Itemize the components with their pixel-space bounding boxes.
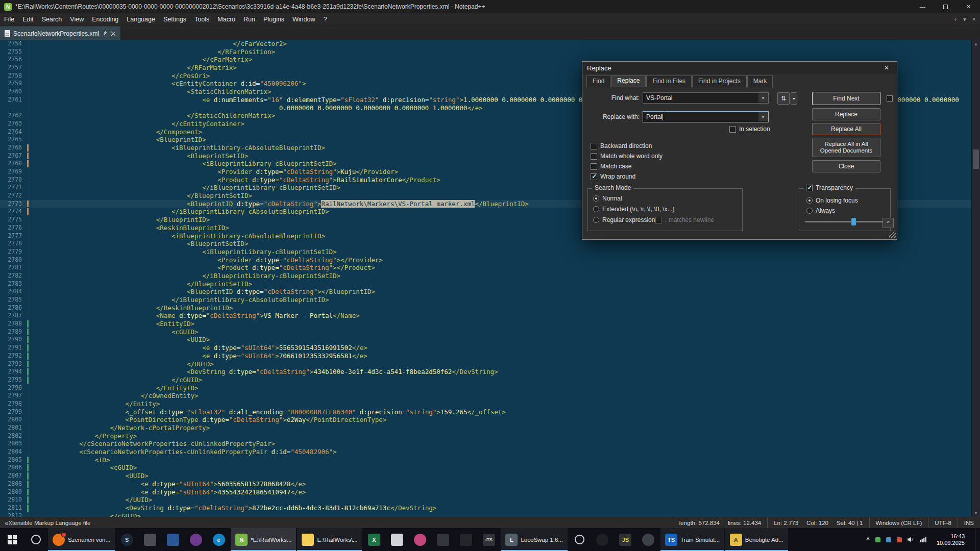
tab-scenarionetworkproperties[interactable]: ScenarioNetworkProperties.xml — [0, 27, 121, 40]
taskbar-browser-window-button[interactable]: Szenarien von... — [48, 528, 115, 551]
taskbar-notepadpp-window-button[interactable]: N*E:\RailWorks... — [231, 528, 296, 551]
find-what-input[interactable]: VS-Portal ▼ — [643, 92, 769, 104]
taskbar-app-icon-8[interactable] — [591, 528, 614, 551]
swap-find-replace-button[interactable]: ⇅ — [777, 92, 790, 105]
find-dropdown-icon[interactable]: ▼ — [758, 93, 768, 103]
in-selection-checkbox[interactable]: In selection — [729, 126, 770, 133]
code-line[interactable]: 2795</cGUID> — [0, 376, 980, 384]
menu-language[interactable]: Language — [122, 14, 159, 24]
taskbar-app-icon-2[interactable] — [161, 528, 184, 551]
minimize-button[interactable]: — — [911, 0, 934, 13]
taskbar-app-icon-4[interactable] — [385, 528, 408, 551]
tray-chevron-icon[interactable]: ^ — [866, 536, 870, 543]
replace-with-input[interactable]: Portal ▼ — [643, 111, 769, 122]
wrap-around-checkbox[interactable]: Wrap around — [591, 173, 635, 180]
close-button[interactable]: ✕ — [957, 0, 980, 13]
taskbar-app-icon-6[interactable] — [431, 528, 454, 551]
title-bar[interactable]: N *E:\RailWorks\Content\Routes\00000035-… — [0, 0, 980, 13]
replace-all-in-all-opened-documents-button[interactable]: Replace All in All Opened Documents — [812, 138, 880, 157]
two-buttons-mode-checkbox[interactable] — [887, 95, 893, 102]
code-line[interactable]: 2778<BlueprintSetID> — [0, 240, 980, 248]
status-typing-mode[interactable]: INS — [958, 517, 980, 528]
tab-mark[interactable]: Mark — [747, 76, 773, 87]
vertical-scrollbar[interactable]: ▲ ▼ — [971, 40, 980, 517]
code-line[interactable]: 2798</Entity> — [0, 400, 980, 408]
code-line[interactable]: 2780<Provider d:type="cDeltaString"></Pr… — [0, 256, 980, 264]
status-eol[interactable]: Windows (CR LF) — [869, 517, 928, 528]
menu-search[interactable]: Search — [38, 14, 66, 24]
code-line[interactable]: 2792<e d:type="sUInt64">7066101235332956… — [0, 352, 980, 360]
taskbar-app-icon-5[interactable] — [408, 528, 431, 551]
tab-find-in-projects[interactable]: Find in Projects — [692, 76, 747, 87]
menu-plus-icon[interactable]: + — [953, 16, 957, 23]
taskbar-excel-icon[interactable]: X — [362, 528, 385, 551]
code-line[interactable]: 2794<DevString d:type="cDeltaString">434… — [0, 368, 980, 376]
tab-find-in-files[interactable]: Find in Files — [646, 76, 692, 87]
taskbar-app-icon-9[interactable]: JS — [614, 528, 637, 551]
code-line[interactable]: 2812</cGUID> — [0, 512, 980, 517]
clock[interactable]: 16:43 10.09.2025 — [932, 533, 969, 546]
taskbar-app-icon-3[interactable] — [184, 528, 207, 551]
taskbar-magnifier-icon[interactable] — [568, 528, 591, 551]
taskbar-app-icon-7[interactable] — [454, 528, 477, 551]
taskbar-app-icon-1[interactable] — [138, 528, 161, 551]
menu-run[interactable]: Run — [239, 14, 259, 24]
tab-find[interactable]: Find — [586, 76, 610, 87]
menu-view[interactable]: View — [66, 14, 88, 24]
transparency-slider[interactable] — [805, 221, 884, 222]
transparency-slider-thumb[interactable] — [851, 218, 856, 226]
code-line[interactable]: 2789<cGUID> — [0, 328, 980, 336]
taskbar-search-button[interactable] — [24, 528, 47, 551]
dot-matches-newline-checkbox[interactable]: . matches newline — [655, 216, 714, 223]
code-line[interactable]: 2755</RFarPosition> — [0, 48, 980, 56]
replace-all-button[interactable]: Replace All — [812, 123, 880, 135]
code-line[interactable]: 2754</cFarVector2> — [0, 40, 980, 48]
code-line[interactable]: 2800<PointDirectionType d:type="cDeltaSt… — [0, 416, 980, 424]
replace-dialog-titlebar[interactable]: Replace — [582, 62, 897, 74]
code-line[interactable]: 2804<cScenarioNetworkProperties-cUnlinke… — [0, 448, 980, 456]
code-line[interactable]: 2806<cGUID> — [0, 464, 980, 472]
status-encoding[interactable]: UTF-8 — [928, 517, 958, 528]
find-next-button[interactable]: Find Next — [812, 92, 880, 105]
transparency-on-losing-focus-radio[interactable]: On losing focus — [806, 197, 858, 204]
tab-close-icon[interactable] — [111, 31, 116, 36]
code-line[interactable]: 2802</Property> — [0, 432, 980, 440]
code-line[interactable]: 2801</Network-cPortalProperty> — [0, 424, 980, 432]
close-dialog-button[interactable]: Close — [812, 160, 880, 172]
scroll-down-icon[interactable]: ▼ — [972, 509, 980, 517]
scroll-up-icon[interactable]: ▲ — [972, 40, 980, 48]
menu-help[interactable]: ? — [319, 14, 331, 24]
code-line[interactable]: 2791<e d:type="sUInt64">5565391543516991… — [0, 344, 980, 352]
code-line[interactable]: 2779<iBlueprintLibrary-cBlueprintSetID> — [0, 248, 980, 256]
swap-dropdown-icon[interactable]: ▼ — [791, 92, 797, 105]
search-mode-extended-radio[interactable]: Extended (\n, \r, \t, \0, \x...) — [593, 206, 674, 213]
menu-tools[interactable]: Tools — [190, 14, 213, 24]
resize-grip[interactable] — [889, 232, 896, 238]
code-line[interactable]: 2783</BlueprintSetID> — [0, 280, 980, 288]
collapse-dialog-button[interactable]: ^ — [883, 218, 894, 228]
show-desktop-button[interactable] — [975, 528, 978, 551]
menu-encoding[interactable]: Encoding — [88, 14, 122, 24]
code-line[interactable]: 2793</UUID> — [0, 360, 980, 368]
menu-edit[interactable]: Edit — [18, 14, 38, 24]
volume-icon[interactable] — [908, 537, 914, 542]
code-line[interactable]: 2781<Product d:type="cDeltaString"></Pro… — [0, 264, 980, 272]
transparency-always-radio[interactable]: Always — [806, 207, 835, 214]
code-line[interactable]: 2799<_offset d:type="sFloat32" d:alt_enc… — [0, 408, 980, 416]
menu-close-icon[interactable]: × — [972, 16, 976, 23]
replace-button[interactable]: Replace — [812, 108, 880, 120]
dialog-close-icon[interactable]: ✕ — [879, 63, 894, 72]
search-mode-normal-radio[interactable]: Normal — [593, 195, 622, 202]
tab-replace[interactable]: Replace — [611, 75, 646, 87]
code-line[interactable]: 2811<DevString d:type="cDeltaString">872… — [0, 504, 980, 512]
transparency-checkbox[interactable]: Transparency — [803, 184, 855, 191]
taskbar-explorer-window-button[interactable]: E:\RailWorks\... — [297, 528, 362, 551]
menu-plugins[interactable]: Plugins — [259, 14, 288, 24]
code-line[interactable]: 2803</cScenarioNetworkProperties-cUnlink… — [0, 440, 980, 448]
menu-file[interactable]: File — [0, 14, 18, 24]
code-line[interactable]: 2805<ID> — [0, 456, 980, 464]
two-buttons-mode-box[interactable] — [887, 95, 893, 102]
code-line[interactable]: 2810</UUID> — [0, 496, 980, 504]
taskbar-edge-icon[interactable]: e — [207, 528, 230, 551]
match-whole-word-checkbox[interactable]: Match whole word only — [591, 153, 663, 160]
